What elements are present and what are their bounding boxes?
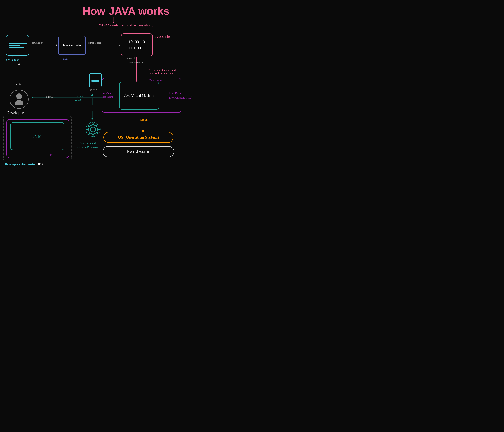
javac-label: JavaC xyxy=(62,57,70,61)
dev-head xyxy=(16,93,22,99)
code-line-4 xyxy=(9,45,20,46)
hardware-box: Hardware xyxy=(103,146,174,157)
gear-icon xyxy=(83,119,103,140)
dev-body xyxy=(15,100,23,105)
jre-label: Java RuntimeEnvironment (JRE) xyxy=(169,91,192,100)
jvm-inner-label: JVM xyxy=(33,134,42,139)
code-line-1 xyxy=(9,39,25,39)
java-compiler-text: Java Compiler xyxy=(63,43,81,47)
java-code-label: Java Code xyxy=(6,58,19,62)
code-line-2 xyxy=(9,41,22,42)
svg-point-21 xyxy=(89,125,98,134)
class-file-label: .class file xyxy=(127,57,136,59)
byte-code-number: 1010011011010011 xyxy=(128,39,145,51)
svg-marker-17 xyxy=(91,94,93,96)
developer-label: Developer xyxy=(6,110,24,115)
file-line-1 xyxy=(91,79,99,79)
java-file-icon2 xyxy=(89,73,102,87)
execution-text: Execution andRuntime Processes xyxy=(72,141,103,149)
os-box: OS (Operating System) xyxy=(103,132,173,143)
svg-marker-10 xyxy=(18,63,20,65)
byte-code-label: Byte Code xyxy=(154,35,170,39)
extra-libraries-text: Extra libraries xyxy=(150,79,162,82)
java-file-label2: .java file xyxy=(90,88,97,91)
code-line-5 xyxy=(9,47,24,48)
java-file-label: .java file xyxy=(12,54,19,57)
to-run-text: To run something in JVMyou need an envir… xyxy=(150,68,181,75)
writes-text: writes xyxy=(16,83,22,86)
file-line-3 xyxy=(91,81,99,82)
developer-circle xyxy=(9,90,29,109)
start-from-text: start from.main() xyxy=(74,95,83,102)
byte-code-box: 1010011011010011 xyxy=(121,33,153,56)
jvm-box: Java Virtual Machine xyxy=(119,82,159,110)
file-line-2 xyxy=(91,80,99,80)
runs-on-text: runs on xyxy=(140,118,148,121)
will-run-text: Will run on JVM xyxy=(129,61,145,64)
page-title: How JAVA works xyxy=(82,5,170,17)
java-code-box xyxy=(6,35,29,56)
compiles-code-text: compiles code xyxy=(88,42,101,44)
jvm-inner-box: JVM xyxy=(10,122,64,150)
jvm-text: Java Virtual Machine xyxy=(124,93,154,98)
svg-marker-12 xyxy=(31,97,33,98)
output-text: output xyxy=(46,95,53,98)
diagram-container: How JAVA works WORA (write once and run … xyxy=(0,0,252,216)
platform-dependent-text: Platformdependent xyxy=(103,92,117,98)
gear-container xyxy=(83,119,103,140)
os-text: OS (Operating System) xyxy=(118,135,159,140)
svg-marker-4 xyxy=(56,44,58,46)
hardware-text: Hardware xyxy=(127,149,150,154)
java-compiler-box: Java Compiler xyxy=(58,36,86,55)
compiled-by-text: compiled by xyxy=(32,42,43,44)
svg-marker-6 xyxy=(119,44,120,46)
svg-point-22 xyxy=(91,127,95,132)
wora-text: WORA (write once and run anywhere) xyxy=(99,23,153,27)
code-line-3 xyxy=(9,43,27,44)
jdk-label: Developers often install JDK xyxy=(5,162,44,166)
jre-inner-label: JRE xyxy=(46,153,52,157)
developer-icon xyxy=(15,93,23,105)
